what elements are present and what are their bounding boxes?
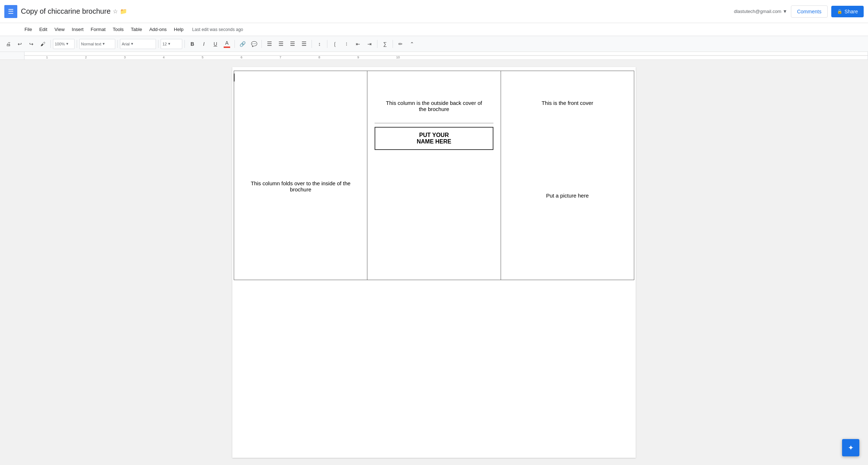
menu-edit[interactable]: Edit (36, 25, 50, 34)
name-box[interactable]: PUT YOUR NAME HERE (375, 127, 493, 150)
print-button[interactable]: 🖨 (3, 39, 14, 49)
svg-text:8: 8 (318, 56, 320, 59)
unordered-list-icon: ⁝ (346, 41, 347, 47)
name-line2: NAME HERE (380, 138, 488, 145)
table-cell-col1[interactable]: This column folds over to the inside of … (234, 71, 367, 280)
line-spacing-icon: ↕ (318, 41, 321, 47)
svg-text:10: 10 (396, 56, 400, 59)
ruler-inner: 1 2 3 4 5 6 7 8 9 10 (24, 52, 868, 59)
underline-button[interactable]: U (210, 39, 221, 49)
menu-addons[interactable]: Add-ons (146, 25, 169, 34)
col2-divider (375, 123, 493, 123)
separator-7 (261, 40, 262, 48)
svg-text:7: 7 (279, 56, 281, 59)
comment-button[interactable]: 💬 (249, 39, 259, 49)
table-cell-col2[interactable]: This column is the outside back cover of… (367, 71, 501, 280)
redo-button[interactable]: ↪ (26, 39, 37, 49)
col1-text: This column folds over to the inside of … (241, 180, 360, 192)
undo-button[interactable]: ↩ (14, 39, 25, 49)
separator-3 (117, 40, 118, 48)
svg-text:9: 9 (357, 56, 359, 59)
folder-icon[interactable]: 📁 (120, 8, 127, 15)
user-email[interactable]: dlastutech@gmail.com ▼ (734, 9, 787, 14)
menu-file[interactable]: File (22, 25, 35, 34)
align-right-icon: ☰ (290, 40, 295, 47)
print-icon: 🖨 (6, 41, 11, 47)
menu-view[interactable]: View (52, 25, 67, 34)
bold-button[interactable]: B (187, 39, 198, 49)
italic-button[interactable]: I (198, 39, 209, 49)
share-button[interactable]: 🔒 Share (831, 6, 864, 17)
table-row: This column folds over to the inside of … (234, 71, 634, 280)
comments-button[interactable]: Comments (791, 5, 828, 18)
table-cell-col3[interactable]: This is the front cover Put a picture he… (501, 71, 634, 280)
collapse-icon: ⌃ (410, 41, 414, 47)
indent-decrease-button[interactable]: ⇤ (353, 39, 363, 49)
align-left-button[interactable]: ☰ (264, 39, 275, 49)
align-justify-icon: ☰ (301, 40, 307, 47)
lock-icon: 🔒 (837, 9, 842, 14)
color-indicator (224, 46, 230, 48)
link-button[interactable]: 🔗 (237, 39, 248, 49)
menu-tools[interactable]: Tools (110, 25, 126, 34)
separator-1 (50, 40, 51, 48)
separator-4 (158, 40, 158, 48)
align-center-icon: ☰ (278, 40, 283, 47)
indent-increase-button[interactable]: ⇥ (364, 39, 375, 49)
top-right-area: dlastutech@gmail.com ▼ Comments 🔒 Share (734, 5, 864, 18)
doc-title-area: Copy of chiccarine brochure ☆ 📁 (21, 7, 734, 15)
star-icon[interactable]: ☆ (113, 8, 118, 15)
ruler: 1 2 3 4 5 6 7 8 9 10 (0, 52, 868, 60)
unordered-list-button[interactable]: ⁝ (341, 39, 352, 49)
separator-10 (377, 40, 377, 48)
separator-6 (234, 40, 235, 48)
menu-help[interactable]: Help (171, 25, 187, 34)
menu-insert[interactable]: Insert (69, 25, 86, 34)
font-size-select[interactable]: 12 ▾ (161, 39, 182, 49)
align-justify-button[interactable]: ☰ (299, 39, 309, 49)
font-select[interactable]: Arial ▾ (120, 39, 156, 49)
svg-text:3: 3 (124, 56, 126, 59)
align-center-button[interactable]: ☰ (276, 39, 286, 49)
collapse-toolbar-button[interactable]: ⌃ (407, 39, 417, 49)
align-right-button[interactable]: ☰ (287, 39, 298, 49)
col2-content: This column is the outside back cover of… (375, 78, 493, 273)
svg-text:4: 4 (163, 56, 165, 59)
clear-formatting-button[interactable]: ∑ (380, 39, 390, 49)
col2-top-text: This column is the outside back cover of… (375, 78, 493, 119)
menu-bar: File Edit View Insert Format Tools Table… (0, 23, 868, 36)
ordered-list-button[interactable]: ❲ (330, 39, 340, 49)
menu-format[interactable]: Format (88, 25, 108, 34)
svg-text:2: 2 (85, 56, 87, 59)
col3-content: This is the front cover Put a picture he… (508, 78, 627, 273)
pen-button[interactable]: ✏ (395, 39, 406, 49)
paint-format-icon: 🖌 (40, 41, 45, 47)
separator-8 (312, 40, 312, 48)
redo-icon: ↪ (29, 41, 33, 47)
name-line1: PUT YOUR (380, 132, 488, 138)
indent-increase-icon: ⇥ (367, 41, 372, 47)
document-area[interactable]: This column folds over to the inside of … (0, 60, 868, 465)
col3-picture-text: Put a picture here (508, 120, 627, 199)
col1-content: This column folds over to the inside of … (241, 78, 360, 273)
floating-assistant-button[interactable]: ✦ (842, 439, 859, 456)
svg-text:6: 6 (241, 56, 242, 59)
svg-text:1: 1 (46, 56, 48, 59)
line-spacing-button[interactable]: ↕ (314, 39, 325, 49)
zoom-select[interactable]: 100% ▾ (53, 39, 75, 49)
last-edit-status: Last edit was seconds ago (192, 27, 243, 32)
brochure-table: This column folds over to the inside of … (234, 71, 634, 280)
indent-decrease-icon: ⇤ (356, 41, 360, 47)
style-select[interactable]: Normal text ▾ (79, 39, 115, 49)
pen-icon: ✏ (398, 41, 403, 47)
paint-format-button[interactable]: 🖌 (37, 39, 48, 49)
clear-formatting-icon: ∑ (383, 41, 387, 47)
doc-page: This column folds over to the inside of … (232, 67, 636, 458)
font-color-button[interactable]: A (222, 39, 232, 49)
doc-title[interactable]: Copy of chiccarine brochure (21, 7, 111, 15)
separator-2 (77, 40, 77, 48)
cursor (234, 74, 234, 81)
col3-top-text: This is the front cover (508, 100, 627, 120)
app-menu-icon[interactable]: ☰ (4, 5, 17, 18)
menu-table[interactable]: Table (128, 25, 145, 34)
